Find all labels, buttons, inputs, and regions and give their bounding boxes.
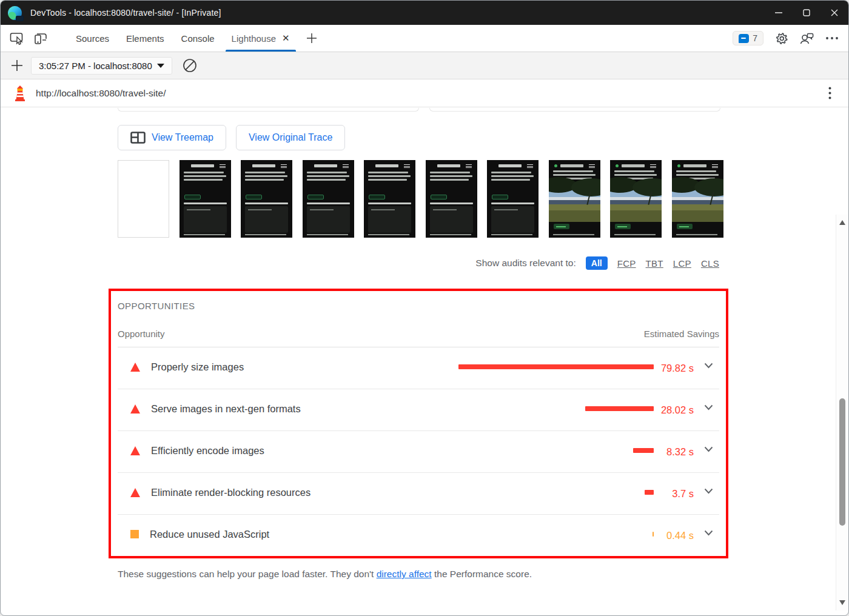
savings-value: 79.82 s bbox=[660, 360, 694, 377]
scroll-down-arrow-icon[interactable] bbox=[839, 600, 845, 605]
filter-link-cls[interactable]: CLS bbox=[701, 258, 719, 269]
tab-console[interactable]: Console bbox=[173, 25, 223, 52]
dropdown-caret-icon bbox=[157, 64, 164, 68]
savings-bar bbox=[585, 406, 654, 411]
average-square-icon bbox=[130, 530, 139, 538]
report-url: http://localhost:8080/travel-site/ bbox=[36, 88, 166, 99]
report-url-row: http://localhost:8080/travel-site/ bbox=[1, 79, 848, 107]
report-selector-dropdown[interactable]: 3:05:27 PM - localhost:8080 bbox=[31, 57, 172, 75]
lighthouse-logo-icon bbox=[14, 85, 26, 101]
lighthouse-toolbar: 3:05:27 PM - localhost:8080 bbox=[1, 52, 848, 79]
tab-elements[interactable]: Elements bbox=[118, 25, 173, 52]
savings-bar bbox=[645, 490, 654, 495]
savings-bar-zone bbox=[454, 360, 654, 374]
fail-triangle-icon bbox=[130, 488, 140, 497]
filmstrip-thumbnail-page bbox=[303, 160, 354, 238]
edge-inprivate-icon bbox=[8, 6, 22, 20]
view-original-trace-button[interactable]: View Original Trace bbox=[236, 125, 345, 150]
opportunity-row[interactable]: Eliminate render-blocking resources3.7 s bbox=[118, 473, 719, 515]
feedback-icon[interactable] bbox=[799, 32, 814, 45]
filmstrip-thumbnail-page bbox=[487, 160, 539, 238]
close-button[interactable] bbox=[820, 1, 848, 25]
filmstrip-thumbnail-photo bbox=[549, 160, 600, 238]
filter-link-tbt[interactable]: TBT bbox=[646, 258, 663, 269]
opportunities-footnote: These suggestions can help your page loa… bbox=[118, 569, 719, 580]
screenshot-filmstrip bbox=[118, 160, 719, 238]
opportunity-title: Properly size images bbox=[151, 360, 454, 374]
vertical-scrollbar[interactable] bbox=[836, 215, 848, 611]
view-treemap-button[interactable]: View Treemap bbox=[118, 125, 226, 150]
chevron-down-icon[interactable] bbox=[694, 488, 716, 494]
savings-bar bbox=[653, 532, 654, 537]
filter-chip-all[interactable]: All bbox=[586, 256, 608, 270]
column-estimated-savings: Estimated Savings bbox=[644, 329, 719, 339]
title-bar: DevTools - localhost:8080/travel-site/ -… bbox=[1, 1, 848, 25]
minimize-button[interactable] bbox=[765, 1, 793, 25]
opportunity-title: Efficiently encode images bbox=[151, 443, 454, 458]
opportunities-heading: OPPORTUNITIES bbox=[118, 291, 719, 312]
maximize-button[interactable] bbox=[793, 1, 820, 25]
savings-bar bbox=[458, 364, 654, 369]
opportunity-row[interactable]: Properly size images79.82 s bbox=[118, 347, 719, 389]
opportunity-title: Eliminate render-blocking resources bbox=[151, 485, 454, 500]
issues-icon bbox=[739, 34, 749, 43]
column-opportunity: Opportunity bbox=[118, 329, 165, 339]
lighthouse-report: View Treemap View Original Trace bbox=[1, 107, 848, 611]
issues-count: 7 bbox=[753, 33, 757, 43]
settings-gear-icon[interactable] bbox=[774, 32, 788, 45]
filter-label: Show audits relevant to: bbox=[475, 258, 576, 269]
filmstrip-thumbnail-page bbox=[426, 160, 477, 238]
chevron-down-icon[interactable] bbox=[694, 446, 716, 452]
opportunities-column-headers: Opportunity Estimated Savings bbox=[118, 312, 719, 347]
scrollbar-thumb[interactable] bbox=[839, 398, 845, 526]
savings-value: 3.7 s bbox=[660, 485, 694, 502]
opportunity-row[interactable]: Serve images in next-gen formats28.02 s bbox=[118, 389, 719, 431]
filmstrip-thumbnail-blank bbox=[118, 160, 169, 238]
active-tab-underline bbox=[226, 50, 296, 52]
filmstrip-thumbnail-photo bbox=[672, 160, 723, 238]
savings-value: 28.02 s bbox=[660, 401, 694, 418]
tab-lighthouse[interactable]: Lighthouse ✕ bbox=[223, 25, 298, 52]
savings-value: 0.44 s bbox=[660, 527, 694, 544]
filmstrip-thumbnail-page bbox=[364, 160, 415, 238]
savings-bar-zone bbox=[454, 401, 654, 416]
treemap-icon bbox=[130, 132, 146, 144]
opportunities-section-annotation: OPPORTUNITIES Opportunity Estimated Savi… bbox=[109, 289, 728, 558]
tab-sources[interactable]: Sources bbox=[67, 25, 118, 52]
card-bottom-edge bbox=[429, 108, 720, 112]
savings-value: 8.32 s bbox=[660, 443, 694, 460]
filter-link-fcp[interactable]: FCP bbox=[617, 258, 636, 269]
fail-triangle-icon bbox=[130, 404, 140, 413]
inspect-element-icon[interactable] bbox=[9, 25, 25, 52]
directly-affect-link[interactable]: directly affect bbox=[377, 569, 432, 579]
clear-reports-icon[interactable] bbox=[182, 58, 198, 73]
report-menu-icon[interactable] bbox=[828, 87, 831, 99]
filmstrip-thumbnail-page bbox=[241, 160, 292, 238]
filter-link-lcp[interactable]: LCP bbox=[673, 258, 691, 269]
savings-bar-zone bbox=[454, 485, 654, 500]
window-title: DevTools - localhost:8080/travel-site/ -… bbox=[30, 8, 221, 18]
close-tab-icon[interactable]: ✕ bbox=[282, 33, 290, 44]
chevron-down-icon[interactable] bbox=[694, 363, 716, 369]
chevron-down-icon[interactable] bbox=[694, 530, 716, 536]
new-report-icon[interactable] bbox=[8, 59, 26, 72]
savings-bar-zone bbox=[454, 527, 654, 541]
more-tabs-button[interactable] bbox=[298, 25, 325, 52]
savings-bar bbox=[633, 448, 654, 453]
card-bottom-edge bbox=[118, 108, 419, 112]
device-toolbar-icon[interactable] bbox=[32, 25, 48, 52]
fail-triangle-icon bbox=[130, 446, 140, 455]
opportunity-row[interactable]: Efficiently encode images8.32 s bbox=[118, 431, 719, 473]
audit-filter-row: Show audits relevant to: All FCP TBT LCP… bbox=[118, 256, 719, 270]
fail-triangle-icon bbox=[130, 363, 140, 372]
filmstrip-thumbnail-photo bbox=[610, 160, 662, 238]
more-options-icon[interactable] bbox=[825, 36, 839, 40]
scroll-up-arrow-icon[interactable] bbox=[839, 220, 845, 225]
savings-bar-zone bbox=[454, 443, 654, 458]
opportunity-row[interactable]: Reduce unused JavaScript0.44 s bbox=[118, 515, 719, 556]
filmstrip-thumbnail-page bbox=[180, 160, 231, 238]
panel-tabs: Sources Elements Console Lighthouse ✕ bbox=[67, 25, 298, 52]
chevron-down-icon[interactable] bbox=[694, 404, 716, 410]
issues-counter[interactable]: 7 bbox=[733, 31, 763, 45]
opportunity-title: Serve images in next-gen formats bbox=[151, 401, 454, 416]
